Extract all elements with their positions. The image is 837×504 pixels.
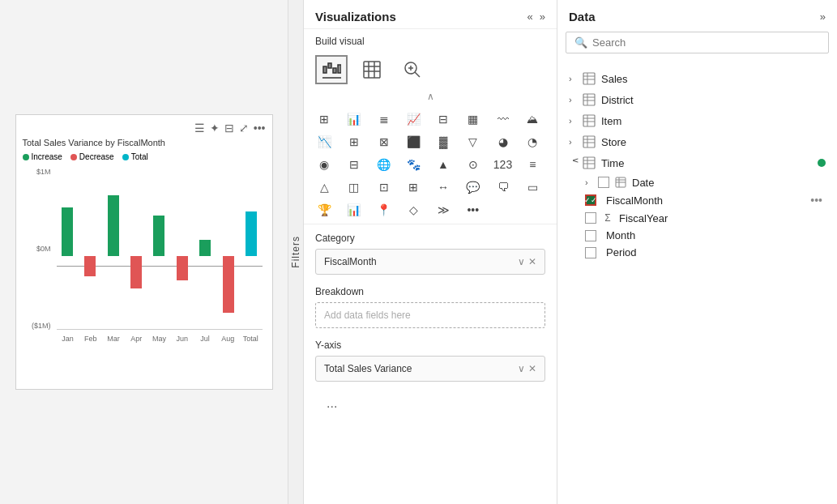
- search-box[interactable]: 🔍: [566, 32, 829, 53]
- checkbox-fiscalyear[interactable]: [585, 212, 596, 224]
- viz-icon-30[interactable]: 💬: [461, 177, 485, 198]
- viz-icon-28[interactable]: ⊞: [401, 177, 425, 198]
- chart-title: Total Sales Variance by FiscalMonth: [23, 138, 266, 147]
- viz-panel: Visualizations « » Build visual: [304, 0, 557, 504]
- viz-icon-17[interactable]: ◉: [312, 154, 336, 175]
- legend-increase: Increase: [23, 152, 62, 161]
- yaxis-close-icon[interactable]: ✕: [528, 363, 536, 374]
- data-expand-arrow[interactable]: »: [820, 11, 826, 23]
- leaf-label-fiscalmonth: FiscalMonth: [606, 194, 807, 207]
- bar-apr: [126, 168, 147, 329]
- svg-line-11: [415, 72, 420, 77]
- viz-icon-6[interactable]: ▦: [461, 109, 485, 130]
- tree-label-sales: Sales: [601, 73, 826, 85]
- viz-icon-32[interactable]: ▭: [520, 177, 544, 198]
- collapse-arrow[interactable]: «: [527, 11, 533, 23]
- expand-icon[interactable]: ⤢: [239, 122, 249, 135]
- leaf-period[interactable]: Period: [582, 244, 829, 261]
- close-icon[interactable]: ✕: [528, 256, 536, 267]
- chevron-sales: ›: [569, 74, 582, 83]
- table-icon-btn[interactable]: [356, 55, 388, 84]
- checkbox-period[interactable]: [585, 247, 596, 258]
- breakdown-field-box[interactable]: Add data fields here: [315, 302, 545, 328]
- viz-icon-37[interactable]: ≫: [431, 199, 455, 220]
- pin-icon[interactable]: ✦: [210, 122, 220, 135]
- viz-icon-15[interactable]: ◕: [491, 131, 515, 152]
- waterfall-icon-btn[interactable]: [315, 55, 348, 84]
- icon-grid: ⊞ 📊 ≣ 📈 ⊟ ▦ 〰 ⛰ 📉 ⊞ ⊠ ⬛ ▓ ▽ ◕ ◔ ◉ ⊟ 🌐 🐾 …: [304, 105, 557, 224]
- viz-icon-35[interactable]: 📍: [372, 199, 396, 220]
- filter-icon[interactable]: ⊟: [224, 122, 234, 135]
- viz-icon-12[interactable]: ⬛: [401, 131, 425, 152]
- yaxis-group: Y-axis Total Sales Variance ∨ ✕: [315, 340, 545, 382]
- viz-icon-16[interactable]: ◔: [520, 131, 544, 152]
- chart-area: $1M $0M ($1M): [26, 168, 263, 346]
- viz-icon-36[interactable]: ◇: [401, 199, 425, 220]
- viz-icon-26[interactable]: ◫: [342, 177, 366, 198]
- fiscalmonth-more[interactable]: •••: [807, 194, 826, 207]
- viz-icon-23[interactable]: 123: [491, 154, 515, 175]
- viz-icon-11[interactable]: ⊠: [372, 131, 396, 152]
- tree-item-time[interactable]: ∨ Time: [566, 152, 829, 173]
- viz-icon-4[interactable]: 📈: [401, 109, 425, 130]
- leaf-fiscalmonth[interactable]: ✓ FiscalMonth •••: [582, 191, 829, 209]
- yaxis-chevron-icon[interactable]: ∨: [518, 363, 525, 374]
- svg-rect-0: [323, 66, 327, 73]
- viz-icon-9[interactable]: 📉: [312, 131, 336, 152]
- viz-icon-21[interactable]: ▲: [431, 154, 455, 175]
- viz-icon-33[interactable]: 🏆: [312, 199, 336, 220]
- leaf-fiscalyear[interactable]: Σ FiscalYear: [582, 209, 829, 227]
- legend-decrease: Decrease: [70, 152, 114, 161]
- checkbox-month[interactable]: [585, 230, 596, 241]
- x-aug: Aug: [216, 335, 239, 343]
- checkbox-fiscalmonth[interactable]: ✓: [585, 194, 596, 206]
- viz-icon-18[interactable]: ⊟: [342, 154, 366, 175]
- search-input[interactable]: [592, 36, 820, 49]
- viz-icon-10[interactable]: ⊞: [342, 131, 366, 152]
- viz-icon-1[interactable]: ⊞: [312, 109, 336, 130]
- viz-icon-20[interactable]: 🐾: [401, 154, 425, 175]
- tree-item-sales[interactable]: › Sales: [566, 68, 829, 89]
- viz-icon-19[interactable]: 🌐: [372, 154, 396, 175]
- viz-icon-29[interactable]: ↔: [431, 177, 455, 198]
- category-field-box[interactable]: FiscalMonth ∨ ✕: [315, 249, 545, 275]
- category-group: Category FiscalMonth ∨ ✕: [315, 233, 545, 275]
- filters-sidebar[interactable]: Filters: [288, 0, 304, 504]
- viz-icon-34[interactable]: 📊: [342, 199, 366, 220]
- viz-icon-14[interactable]: ▽: [461, 131, 485, 152]
- svg-rect-22: [583, 115, 595, 126]
- tree-item-item[interactable]: › Item: [566, 110, 829, 131]
- yaxis-field-box[interactable]: Total Sales Variance ∨ ✕: [315, 356, 545, 382]
- search-viz-icon-btn[interactable]: [396, 55, 429, 84]
- tree-item-store[interactable]: › Store: [566, 131, 829, 152]
- viz-icon-31[interactable]: 🗨: [491, 177, 515, 198]
- viz-icon-22[interactable]: ⊙: [461, 154, 485, 175]
- chart-panel: ☰ ✦ ⊟ ⤢ ••• Total Sales Variance by Fisc…: [0, 0, 288, 504]
- menu-icon[interactable]: ☰: [194, 122, 205, 135]
- table-icon-district: [582, 92, 596, 107]
- checkbox-date[interactable]: [598, 177, 609, 188]
- viz-icon-24[interactable]: ≡: [520, 154, 544, 175]
- viz-icon-27[interactable]: ⊡: [372, 177, 396, 198]
- tree-section-time: ∨ Time › Date: [566, 152, 829, 261]
- viz-icon-5[interactable]: ⊟: [431, 109, 455, 130]
- viz-icon-25[interactable]: △: [312, 177, 336, 198]
- viz-icon-3[interactable]: ≣: [372, 109, 396, 130]
- leaf-month[interactable]: Month: [582, 227, 829, 244]
- y-axis-labels: $1M $0M ($1M): [26, 168, 54, 330]
- expand-arrow[interactable]: »: [540, 11, 545, 23]
- viz-icon-38[interactable]: •••: [461, 199, 485, 220]
- leaf-date[interactable]: › Date: [582, 173, 829, 191]
- viz-icon-7[interactable]: 〰: [491, 109, 515, 130]
- viz-icon-8[interactable]: ⛰: [520, 109, 544, 130]
- viz-icon-13[interactable]: ▓: [431, 131, 455, 152]
- x-apr: Apr: [125, 335, 147, 343]
- chevron-district: ›: [569, 95, 582, 105]
- more-icon[interactable]: •••: [254, 122, 266, 135]
- leaf-label-month: Month: [606, 229, 826, 241]
- bar-jan: [57, 168, 78, 329]
- tree-item-district[interactable]: › District: [566, 89, 829, 110]
- chevron-icon[interactable]: ∨: [518, 256, 525, 267]
- viz-icon-2[interactable]: 📊: [342, 109, 366, 130]
- svg-rect-3: [338, 65, 341, 73]
